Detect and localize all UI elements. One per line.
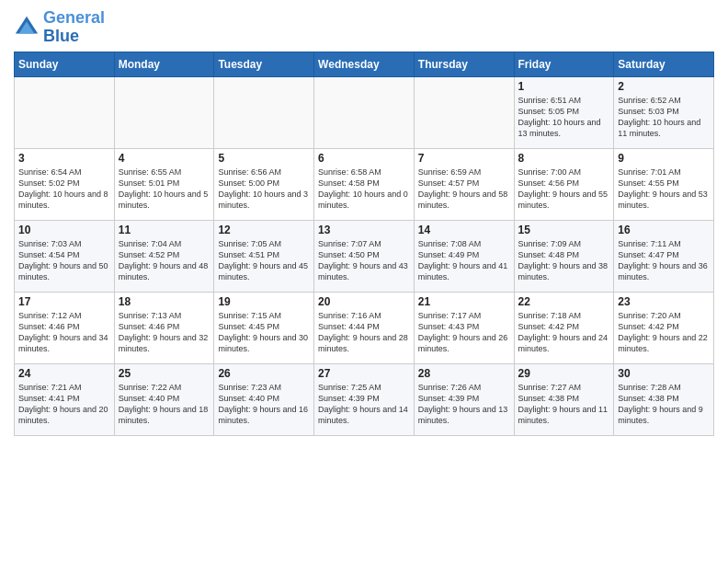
week-row-1: 1Sunrise: 6:51 AM Sunset: 5:05 PM Daylig… xyxy=(15,76,714,148)
day-info: Sunrise: 7:16 AM Sunset: 4:44 PM Dayligh… xyxy=(318,310,410,355)
day-cell: 24Sunrise: 7:21 AM Sunset: 4:41 PM Dayli… xyxy=(15,363,115,435)
col-header-friday: Friday xyxy=(514,52,614,76)
day-info: Sunrise: 7:27 AM Sunset: 4:38 PM Dayligh… xyxy=(518,382,610,427)
day-number: 17 xyxy=(18,295,110,308)
day-info: Sunrise: 6:51 AM Sunset: 5:05 PM Dayligh… xyxy=(518,95,610,140)
day-cell: 18Sunrise: 7:13 AM Sunset: 4:46 PM Dayli… xyxy=(114,292,214,363)
logo-text: General Blue xyxy=(43,9,105,46)
day-number: 26 xyxy=(218,367,310,380)
day-info: Sunrise: 7:23 AM Sunset: 4:40 PM Dayligh… xyxy=(218,382,310,427)
day-info: Sunrise: 7:09 AM Sunset: 4:48 PM Dayligh… xyxy=(518,238,610,283)
day-cell: 25Sunrise: 7:22 AM Sunset: 4:40 PM Dayli… xyxy=(114,363,214,435)
day-cell: 27Sunrise: 7:25 AM Sunset: 4:39 PM Dayli… xyxy=(314,363,415,435)
day-number: 2 xyxy=(618,80,710,93)
day-cell: 15Sunrise: 7:09 AM Sunset: 4:48 PM Dayli… xyxy=(514,220,614,292)
day-info: Sunrise: 7:03 AM Sunset: 4:54 PM Dayligh… xyxy=(18,238,110,283)
day-number: 29 xyxy=(518,367,610,380)
day-cell: 12Sunrise: 7:05 AM Sunset: 4:51 PM Dayli… xyxy=(214,220,314,292)
day-cell: 5Sunrise: 6:56 AM Sunset: 5:00 PM Daylig… xyxy=(214,148,314,220)
day-cell: 28Sunrise: 7:26 AM Sunset: 4:39 PM Dayli… xyxy=(414,363,514,435)
day-info: Sunrise: 7:12 AM Sunset: 4:46 PM Dayligh… xyxy=(18,310,110,355)
day-number: 4 xyxy=(119,152,210,165)
day-info: Sunrise: 7:05 AM Sunset: 4:51 PM Dayligh… xyxy=(218,238,310,283)
day-number: 25 xyxy=(119,367,210,380)
page: General Blue SundayMondayTuesdayWednesda… xyxy=(0,0,728,445)
day-cell: 30Sunrise: 7:28 AM Sunset: 4:38 PM Dayli… xyxy=(614,363,714,435)
calendar-table: SundayMondayTuesdayWednesdayThursdayFrid… xyxy=(14,52,714,436)
day-number: 27 xyxy=(318,367,410,380)
week-row-4: 17Sunrise: 7:12 AM Sunset: 4:46 PM Dayli… xyxy=(15,292,714,363)
day-number: 24 xyxy=(18,367,110,380)
day-number: 10 xyxy=(18,224,110,236)
col-header-saturday: Saturday xyxy=(614,52,714,76)
col-header-wednesday: Wednesday xyxy=(314,52,415,76)
day-number: 30 xyxy=(618,367,710,380)
day-cell: 14Sunrise: 7:08 AM Sunset: 4:49 PM Dayli… xyxy=(414,220,514,292)
day-info: Sunrise: 6:58 AM Sunset: 4:58 PM Dayligh… xyxy=(318,167,410,212)
day-number: 19 xyxy=(218,295,310,308)
day-cell xyxy=(314,76,415,148)
week-row-2: 3Sunrise: 6:54 AM Sunset: 5:02 PM Daylig… xyxy=(15,148,714,220)
day-cell: 6Sunrise: 6:58 AM Sunset: 4:58 PM Daylig… xyxy=(314,148,415,220)
day-number: 7 xyxy=(418,152,510,165)
col-header-tuesday: Tuesday xyxy=(214,52,314,76)
week-row-3: 10Sunrise: 7:03 AM Sunset: 4:54 PM Dayli… xyxy=(15,220,714,292)
day-info: Sunrise: 7:21 AM Sunset: 4:41 PM Dayligh… xyxy=(18,382,110,427)
day-info: Sunrise: 7:15 AM Sunset: 4:45 PM Dayligh… xyxy=(218,310,310,355)
day-number: 8 xyxy=(518,152,610,165)
day-number: 15 xyxy=(518,224,610,236)
week-row-5: 24Sunrise: 7:21 AM Sunset: 4:41 PM Dayli… xyxy=(15,363,714,435)
day-cell xyxy=(15,76,115,148)
day-cell: 8Sunrise: 7:00 AM Sunset: 4:56 PM Daylig… xyxy=(514,148,614,220)
day-info: Sunrise: 7:13 AM Sunset: 4:46 PM Dayligh… xyxy=(119,310,210,355)
day-cell: 11Sunrise: 7:04 AM Sunset: 4:52 PM Dayli… xyxy=(114,220,214,292)
logo-icon xyxy=(14,15,40,40)
logo: General Blue xyxy=(14,9,105,46)
day-number: 9 xyxy=(618,152,710,165)
day-number: 22 xyxy=(518,295,610,308)
day-number: 11 xyxy=(119,224,210,236)
day-info: Sunrise: 7:01 AM Sunset: 4:55 PM Dayligh… xyxy=(618,167,710,212)
day-info: Sunrise: 7:07 AM Sunset: 4:50 PM Dayligh… xyxy=(318,238,410,283)
day-cell xyxy=(114,76,214,148)
day-cell xyxy=(214,76,314,148)
day-number: 1 xyxy=(518,80,610,93)
day-info: Sunrise: 7:26 AM Sunset: 4:39 PM Dayligh… xyxy=(418,382,510,427)
day-cell: 29Sunrise: 7:27 AM Sunset: 4:38 PM Dayli… xyxy=(514,363,614,435)
day-number: 6 xyxy=(318,152,410,165)
day-cell: 22Sunrise: 7:18 AM Sunset: 4:42 PM Dayli… xyxy=(514,292,614,363)
day-info: Sunrise: 6:54 AM Sunset: 5:02 PM Dayligh… xyxy=(18,167,110,212)
col-header-sunday: Sunday xyxy=(15,52,115,76)
day-cell: 16Sunrise: 7:11 AM Sunset: 4:47 PM Dayli… xyxy=(614,220,714,292)
day-cell: 9Sunrise: 7:01 AM Sunset: 4:55 PM Daylig… xyxy=(614,148,714,220)
day-info: Sunrise: 7:08 AM Sunset: 4:49 PM Dayligh… xyxy=(418,238,510,283)
day-number: 12 xyxy=(218,224,310,236)
day-cell: 7Sunrise: 6:59 AM Sunset: 4:57 PM Daylig… xyxy=(414,148,514,220)
day-info: Sunrise: 7:00 AM Sunset: 4:56 PM Dayligh… xyxy=(518,167,610,212)
day-info: Sunrise: 6:52 AM Sunset: 5:03 PM Dayligh… xyxy=(618,95,710,140)
day-number: 18 xyxy=(119,295,210,308)
day-info: Sunrise: 6:56 AM Sunset: 5:00 PM Dayligh… xyxy=(218,167,310,212)
day-info: Sunrise: 6:59 AM Sunset: 4:57 PM Dayligh… xyxy=(418,167,510,212)
day-cell: 26Sunrise: 7:23 AM Sunset: 4:40 PM Dayli… xyxy=(214,363,314,435)
day-cell: 2Sunrise: 6:52 AM Sunset: 5:03 PM Daylig… xyxy=(614,76,714,148)
day-info: Sunrise: 7:04 AM Sunset: 4:52 PM Dayligh… xyxy=(119,238,210,283)
day-cell: 17Sunrise: 7:12 AM Sunset: 4:46 PM Dayli… xyxy=(15,292,115,363)
day-info: Sunrise: 7:20 AM Sunset: 4:42 PM Dayligh… xyxy=(618,310,710,355)
day-cell: 4Sunrise: 6:55 AM Sunset: 5:01 PM Daylig… xyxy=(114,148,214,220)
day-info: Sunrise: 7:18 AM Sunset: 4:42 PM Dayligh… xyxy=(518,310,610,355)
header-row: SundayMondayTuesdayWednesdayThursdayFrid… xyxy=(15,52,714,76)
day-number: 21 xyxy=(418,295,510,308)
day-number: 28 xyxy=(418,367,510,380)
day-cell: 23Sunrise: 7:20 AM Sunset: 4:42 PM Dayli… xyxy=(614,292,714,363)
day-cell: 1Sunrise: 6:51 AM Sunset: 5:05 PM Daylig… xyxy=(514,76,614,148)
day-cell xyxy=(414,76,514,148)
day-number: 23 xyxy=(618,295,710,308)
day-cell: 13Sunrise: 7:07 AM Sunset: 4:50 PM Dayli… xyxy=(314,220,415,292)
day-number: 20 xyxy=(318,295,410,308)
day-info: Sunrise: 7:11 AM Sunset: 4:47 PM Dayligh… xyxy=(618,238,710,283)
day-info: Sunrise: 7:17 AM Sunset: 4:43 PM Dayligh… xyxy=(418,310,510,355)
day-number: 13 xyxy=(318,224,410,236)
day-cell: 19Sunrise: 7:15 AM Sunset: 4:45 PM Dayli… xyxy=(214,292,314,363)
day-cell: 3Sunrise: 6:54 AM Sunset: 5:02 PM Daylig… xyxy=(15,148,115,220)
